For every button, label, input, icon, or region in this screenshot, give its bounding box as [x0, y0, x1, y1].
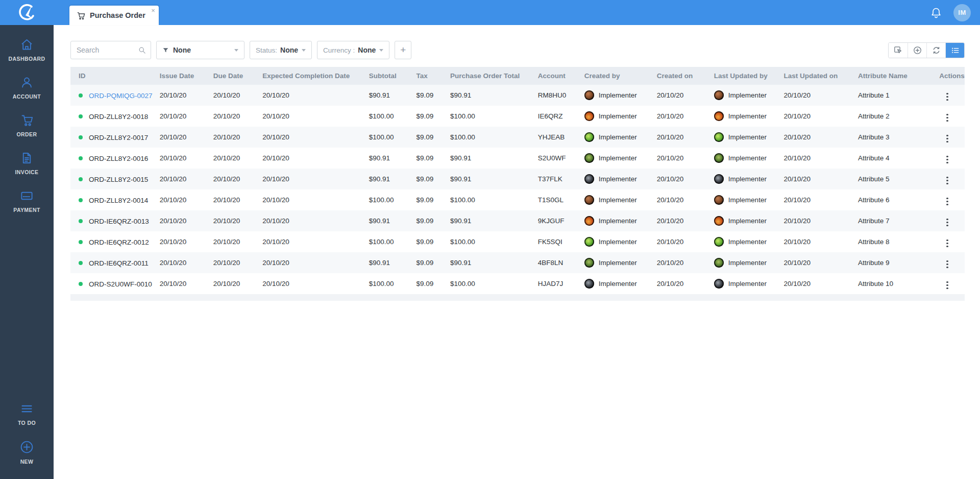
sidebar-item-todo[interactable]: TO DO [0, 395, 54, 433]
cell-created-by: Implementer [579, 85, 652, 106]
chevron-down-icon [379, 49, 383, 52]
table-row[interactable]: ORD-ZLL8Y2-0017 20/10/20 20/10/20 20/10/… [70, 127, 965, 148]
refresh-button[interactable] [926, 43, 945, 58]
updated-by-name: Implementer [728, 154, 767, 162]
user-avatar[interactable]: IM [953, 4, 971, 21]
table-row[interactable]: ORD-PQMIQG-0027 20/10/20 20/10/20 20/10/… [70, 85, 965, 106]
updated-by-avatar [714, 216, 724, 226]
multi-select-button[interactable] [889, 43, 908, 58]
order-id-link[interactable]: ORD-IE6QRZ-0013 [89, 217, 149, 225]
column-header[interactable]: Tax [411, 67, 445, 85]
tab-purchase-order[interactable]: Purchase Order × [69, 6, 159, 25]
status-dot-icon [79, 261, 83, 265]
table-row[interactable]: ORD-ZLL8Y2-0016 20/10/20 20/10/20 20/10/… [70, 148, 965, 169]
column-header[interactable]: Subtotal [364, 67, 411, 85]
sidebar-item-dashboard[interactable]: DASHBOARD [0, 31, 54, 69]
bell-icon[interactable] [930, 7, 942, 19]
row-actions-kebab-icon[interactable] [946, 180, 948, 182]
order-id-link[interactable]: ORD-ZLL8Y2-0014 [89, 196, 148, 204]
sidebar-item-invoice[interactable]: INVOICE [0, 145, 54, 182]
sidebar-item-label: NEW [20, 459, 34, 465]
column-header[interactable]: Created by [579, 67, 652, 85]
sidebar-item-account[interactable]: ACCOUNT [0, 69, 54, 107]
cell-subtotal: $100.00 [364, 273, 411, 294]
create-new-button[interactable] [908, 43, 926, 58]
column-header[interactable]: Purchase Order Total [445, 67, 533, 85]
row-actions-kebab-icon[interactable] [946, 138, 948, 140]
cell-expected-completion-date: 20/10/20 [257, 273, 363, 294]
cell-attribute-name: Attribute 1 [853, 85, 934, 106]
cell-account: S2U0WF [533, 148, 579, 169]
cell-subtotal: $100.00 [364, 189, 411, 210]
plus-circle-icon [913, 45, 922, 55]
row-actions-kebab-icon[interactable] [946, 159, 948, 161]
cell-account: YHJEAB [533, 127, 579, 148]
row-actions-kebab-icon[interactable] [946, 264, 948, 266]
created-by-name: Implementer [599, 217, 637, 225]
column-header[interactable]: Expected Completion Date [257, 67, 363, 85]
refresh-icon [932, 45, 941, 55]
column-header[interactable]: Created on [652, 67, 709, 85]
column-header[interactable]: Attribute Name [853, 67, 934, 85]
app-logo[interactable] [0, 0, 54, 25]
add-filter-button[interactable]: + [395, 41, 411, 59]
column-header[interactable]: ID [70, 67, 155, 85]
tab-close-icon[interactable]: × [151, 7, 155, 14]
currency-dropdown[interactable]: Currency : None [317, 41, 389, 59]
created-by-name: Implementer [599, 154, 637, 162]
column-header[interactable]: Account [533, 67, 579, 85]
table-row[interactable]: ORD-S2U0WF-0010 20/10/20 20/10/20 20/10/… [70, 273, 965, 294]
sidebar-item-payment[interactable]: PAYMENT [0, 182, 54, 220]
order-id-link[interactable]: ORD-ZLL8Y2-0015 [89, 175, 148, 183]
table-row[interactable]: ORD-IE6QRZ-0013 20/10/20 20/10/20 20/10/… [70, 210, 965, 231]
row-actions-kebab-icon[interactable] [946, 284, 948, 286]
order-id-link[interactable]: ORD-ZLL8Y2-0018 [89, 112, 148, 120]
cell-created-by: Implementer [579, 231, 652, 252]
row-actions-kebab-icon[interactable] [946, 201, 948, 203]
cell-created-by: Implementer [579, 210, 652, 231]
table-row[interactable]: ORD-ZLL8Y2-0015 20/10/20 20/10/20 20/10/… [70, 169, 965, 189]
table-row[interactable]: ORD-IE6QRZ-0011 20/10/20 20/10/20 20/10/… [70, 252, 965, 273]
row-actions-kebab-icon[interactable] [946, 243, 948, 245]
cell-tax: $9.09 [411, 210, 445, 231]
table-row[interactable]: ORD-ZLL8Y2-0018 20/10/20 20/10/20 20/10/… [70, 106, 965, 127]
order-id-link[interactable]: ORD-ZLL8Y2-0017 [89, 133, 148, 141]
column-header[interactable]: Last Updated on [779, 67, 853, 85]
order-id-link[interactable]: ORD-PQMIQG-0027 [89, 91, 153, 99]
cell-last-updated-by: Implementer [709, 252, 779, 273]
cell-created-by: Implementer [579, 148, 652, 169]
list-view-button[interactable] [945, 43, 964, 58]
sidebar-item-label: DASHBOARD [9, 56, 45, 62]
sidebar-item-order[interactable]: ORDER [0, 107, 54, 145]
row-actions-kebab-icon[interactable] [946, 117, 948, 119]
cell-due-date: 20/10/20 [208, 169, 257, 189]
order-id-link[interactable]: ORD-IE6QRZ-0011 [89, 259, 149, 267]
filter-dropdown-value: None [173, 46, 191, 54]
cell-due-date: 20/10/20 [208, 127, 257, 148]
column-header[interactable]: Actions [934, 67, 965, 85]
order-id-link[interactable]: ORD-ZLL8Y2-0016 [89, 154, 148, 162]
column-header[interactable]: Last Updated by [709, 67, 779, 85]
column-header[interactable]: Issue Date [155, 67, 208, 85]
cell-purchase-order-total: $100.00 [445, 127, 533, 148]
cell-last-updated-by: Implementer [709, 85, 779, 106]
cell-created-on: 20/10/20 [652, 85, 709, 106]
order-id-link[interactable]: ORD-IE6QRZ-0012 [89, 238, 149, 246]
status-dropdown[interactable]: Status: None [250, 41, 312, 59]
order-id-link[interactable]: ORD-S2U0WF-0010 [89, 280, 152, 288]
table-row[interactable]: ORD-IE6QRZ-0012 20/10/20 20/10/20 20/10/… [70, 231, 965, 252]
table-row[interactable]: ORD-ZLL8Y2-0014 20/10/20 20/10/20 20/10/… [70, 189, 965, 210]
cell-last-updated-by: Implementer [709, 231, 779, 252]
sidebar-item-new[interactable]: NEW [0, 433, 54, 472]
row-actions-kebab-icon[interactable] [946, 222, 948, 224]
cell-issue-date: 20/10/20 [155, 252, 208, 273]
search-input[interactable] [77, 46, 138, 54]
created-by-name: Implementer [599, 112, 637, 120]
search-box[interactable] [70, 41, 151, 59]
compass-c-logo-icon [17, 3, 37, 23]
column-header[interactable]: Due Date [208, 67, 257, 85]
cell-account: T1S0GL [533, 189, 579, 210]
row-actions-kebab-icon[interactable] [946, 96, 948, 98]
filter-dropdown[interactable]: None [156, 41, 244, 59]
cell-account: RM8HU0 [533, 85, 579, 106]
